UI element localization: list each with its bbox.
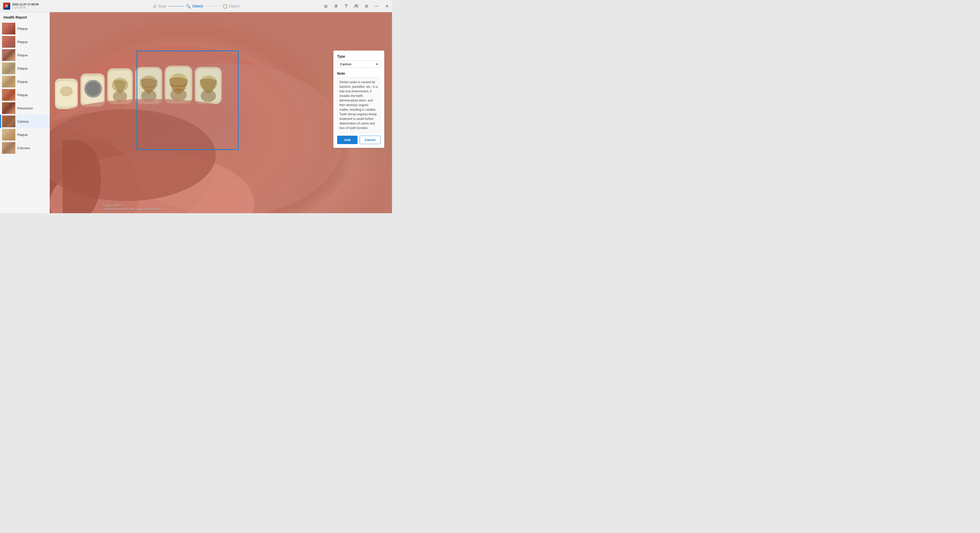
workflow-export[interactable]: 📋 Export <box>223 4 239 9</box>
health-report-title: Health Report <box>0 15 49 22</box>
detail-panel: Type CariousPlaqueCalculusRecession ▼ No… <box>333 51 384 148</box>
gpu-info: NVIDIA GeForce RTX 3080 Laptop 32VRAM/55… <box>103 208 162 211</box>
app-info: 2022-11-07 17:00:59 1.1.5.12170 <box>12 3 38 9</box>
health-item-4[interactable]: Plaque <box>0 62 49 75</box>
titlebar-right: ⊞ 🖥 ? ⚙ — ✕ <box>321 0 392 12</box>
health-thumb-6 <box>2 89 15 101</box>
type-label: Type <box>337 54 380 59</box>
active-indicator <box>0 115 1 128</box>
health-label-7: Recession <box>18 106 33 110</box>
export-icon: 📋 <box>223 4 228 9</box>
health-list: PlaquePlaquePlaquePlaquePlaquePlaqueRece… <box>0 22 49 155</box>
health-item-7[interactable]: Recession <box>0 102 49 115</box>
health-thumb-8 <box>2 116 15 127</box>
check-icon: 🔍 <box>186 4 191 9</box>
health-thumb-7 <box>2 102 15 114</box>
note-text: Dental caries is caused by bacteria, par… <box>337 78 380 133</box>
health-thumb-1 <box>2 23 15 35</box>
workflow-scan[interactable]: 🖨 Scan <box>153 4 166 8</box>
main-content: Type CariousPlaqueCalculusRecession ▼ No… <box>50 12 392 213</box>
health-item-1[interactable]: Plaque <box>0 22 49 35</box>
health-label-9: Plaque <box>18 133 27 137</box>
note-label: Note <box>337 71 380 76</box>
export-label: Export <box>229 4 239 8</box>
workflow-check[interactable]: 🔍 Check <box>186 4 203 9</box>
health-label-2: Plaque <box>18 40 27 44</box>
help-button[interactable]: ? <box>341 0 351 12</box>
minimize-button[interactable]: — <box>372 0 382 12</box>
svg-point-9 <box>60 86 73 97</box>
health-label-8: Carious <box>18 120 29 124</box>
health-thumb-10 <box>2 142 15 154</box>
titlebar: R 2022-11-07 17:00:59 1.1.5.12170 🖨 Scan… <box>0 0 392 12</box>
health-label-5: Plaque <box>18 80 27 84</box>
health-label-1: Plaque <box>18 27 27 30</box>
settings-button[interactable]: ⚙ <box>361 0 372 12</box>
health-item-2[interactable]: Plaque <box>0 35 49 48</box>
app-logo: R <box>3 3 10 10</box>
scan-label: Scan <box>158 4 166 8</box>
grid-button[interactable]: ⊞ <box>321 0 331 12</box>
cancel-button[interactable]: Cancel <box>360 136 380 144</box>
workflow-line-2 <box>205 6 221 6</box>
svg-point-0 <box>355 5 356 6</box>
health-thumb-5 <box>2 76 15 87</box>
close-button[interactable]: ✕ <box>382 0 392 12</box>
bottom-info: Images: 385632 NVIDIA GeForce RTX 3080 L… <box>103 204 162 211</box>
health-item-10[interactable]: Calculus <box>0 141 49 155</box>
sidebar: Health Report PlaquePlaquePlaquePlaquePl… <box>0 12 50 213</box>
health-item-5[interactable]: Plaque <box>0 75 49 88</box>
health-thumb-2 <box>2 36 15 48</box>
health-label-4: Plaque <box>18 67 27 70</box>
image-count: Images: 385632 <box>103 204 162 208</box>
check-label: Check <box>192 4 203 8</box>
health-item-8[interactable]: Carious <box>0 115 49 128</box>
workflow: 🖨 Scan 🔍 Check 📋 Export <box>153 0 239 12</box>
screen-button[interactable]: 🖥 <box>331 0 341 12</box>
health-thumb-4 <box>2 62 15 74</box>
health-label-6: Plaque <box>18 93 27 97</box>
health-label-3: Plaque <box>18 53 27 57</box>
users-button[interactable] <box>351 0 361 12</box>
panel-buttons: Add Cancel <box>337 136 380 144</box>
health-item-9[interactable]: Plaque <box>0 128 49 141</box>
app-version: 1.1.5.12170 <box>12 6 38 9</box>
health-thumb-3 <box>2 49 15 61</box>
health-item-6[interactable]: Plaque <box>0 88 49 102</box>
health-label-10: Calculus <box>18 146 30 150</box>
scan-icon: 🖨 <box>153 4 157 8</box>
add-button[interactable]: Add <box>337 136 358 144</box>
health-thumb-9 <box>2 129 15 141</box>
type-select-wrapper: CariousPlaqueCalculusRecession ▼ <box>337 60 380 68</box>
app-datetime: 2022-11-07 17:00:59 <box>12 3 38 6</box>
workflow-line-1 <box>169 6 184 6</box>
svg-point-13 <box>86 82 100 96</box>
svg-point-1 <box>357 5 358 6</box>
health-item-3[interactable]: Plaque <box>0 48 49 62</box>
type-select[interactable]: CariousPlaqueCalculusRecession <box>337 60 380 68</box>
